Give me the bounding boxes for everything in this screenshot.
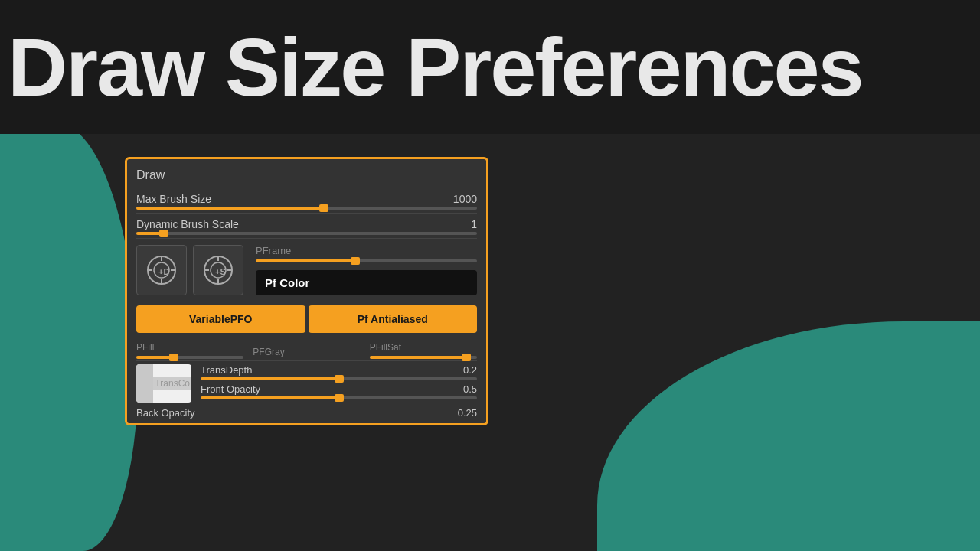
pfillsat-slider-thumb[interactable]: [462, 354, 471, 361]
trans-depth-slider[interactable]: [201, 377, 477, 380]
front-opacity-item: Front Opacity 0.5: [201, 383, 477, 399]
trans-depth-slider-thumb[interactable]: [335, 375, 344, 383]
dynamic-brush-scale-slider[interactable]: [136, 232, 477, 235]
pframe-slider[interactable]: [256, 259, 477, 262]
pframe-slider-fill: [256, 259, 355, 262]
pfillsat-slider[interactable]: [370, 356, 477, 359]
front-opacity-slider[interactable]: [201, 396, 477, 399]
trans-depth-slider-fill: [201, 377, 339, 380]
icon-d-button[interactable]: +D: [136, 245, 187, 295]
pframe-slider-thumb[interactable]: [351, 257, 360, 265]
pframe-section: PFrame Pf Color: [250, 245, 477, 295]
trans-depth-value: 0.2: [463, 364, 477, 376]
pfill-slider-fill: [136, 356, 174, 359]
front-opacity-slider-fill: [201, 396, 339, 399]
pfgray-label: PFGray: [253, 347, 360, 357]
back-opacity-value: 0.25: [458, 407, 477, 419]
max-brush-size-row: Max Brush Size 1000: [127, 188, 486, 213]
icon-s-button[interactable]: +S: [193, 245, 243, 295]
svg-text:+S: +S: [215, 267, 226, 276]
pfillsat-slider-fill: [370, 356, 466, 359]
pfill-label: PFill: [136, 342, 243, 353]
trans-row: TransCo TransDepth 0.2 Front Opacity 0.5: [127, 361, 486, 406]
trans-color-box[interactable]: TransCo: [136, 364, 191, 403]
page-title: Draw Size Preferences: [8, 26, 863, 109]
max-brush-size-slider-fill: [136, 207, 324, 210]
trans-details: TransDepth 0.2 Front Opacity 0.5: [201, 364, 477, 403]
pfill-slider-thumb[interactable]: [169, 354, 178, 361]
trans-depth-label: TransDepth: [201, 364, 252, 376]
pfill-item: PFill: [136, 342, 243, 359]
section-title: Draw: [127, 165, 486, 188]
pfill-slider[interactable]: [136, 356, 243, 359]
dynamic-brush-scale-label: Dynamic Brush Scale: [136, 218, 468, 230]
orange-buttons-row: VariablePFO Pf Antialiased: [127, 302, 486, 339]
pframe-slider-row: PFrame: [256, 245, 477, 256]
pframe-label: PFrame: [256, 245, 291, 256]
dynamic-brush-scale-value: 1: [471, 218, 477, 230]
front-opacity-value: 0.5: [463, 383, 477, 395]
trans-depth-item: TransDepth 0.2: [201, 364, 477, 380]
dynamic-brush-scale-row: Dynamic Brush Scale 1: [127, 214, 486, 238]
max-brush-size-value: 1000: [453, 193, 477, 205]
pf-color-button[interactable]: Pf Color: [256, 270, 477, 295]
back-opacity-row: Back Opacity 0.25: [127, 406, 486, 423]
pfgray-item: PFGray: [253, 347, 360, 359]
svg-text:+D: +D: [158, 267, 169, 276]
trans-color-preview: [136, 364, 153, 403]
max-brush-size-slider-thumb[interactable]: [319, 204, 328, 212]
draw-preferences-panel: Draw Max Brush Size 1000 Dynamic Brush S…: [125, 157, 488, 425]
icon-d-svg: +D: [143, 252, 180, 289]
max-brush-size-label: Max Brush Size: [136, 193, 450, 205]
pfillsat-item: PFillSat: [370, 342, 477, 359]
title-bar: Draw Size Preferences: [0, 0, 980, 134]
icon-pframe-row: +D +S PFrame Pf Color: [127, 239, 486, 302]
trans-color-label: TransCo: [153, 377, 191, 390]
pfill-row: PFill PFGray PFillSat: [127, 339, 486, 360]
dynamic-brush-scale-slider-thumb[interactable]: [159, 230, 168, 237]
front-opacity-slider-thumb[interactable]: [335, 394, 344, 402]
variable-pfo-button[interactable]: VariablePFO: [136, 305, 305, 333]
back-opacity-label: Back Opacity: [136, 407, 458, 419]
pfillsat-label: PFillSat: [370, 342, 477, 353]
max-brush-size-slider[interactable]: [136, 207, 477, 210]
front-opacity-label: Front Opacity: [201, 383, 260, 395]
icon-s-svg: +S: [200, 252, 237, 289]
pf-antialiased-button[interactable]: Pf Antialiased: [309, 305, 478, 333]
